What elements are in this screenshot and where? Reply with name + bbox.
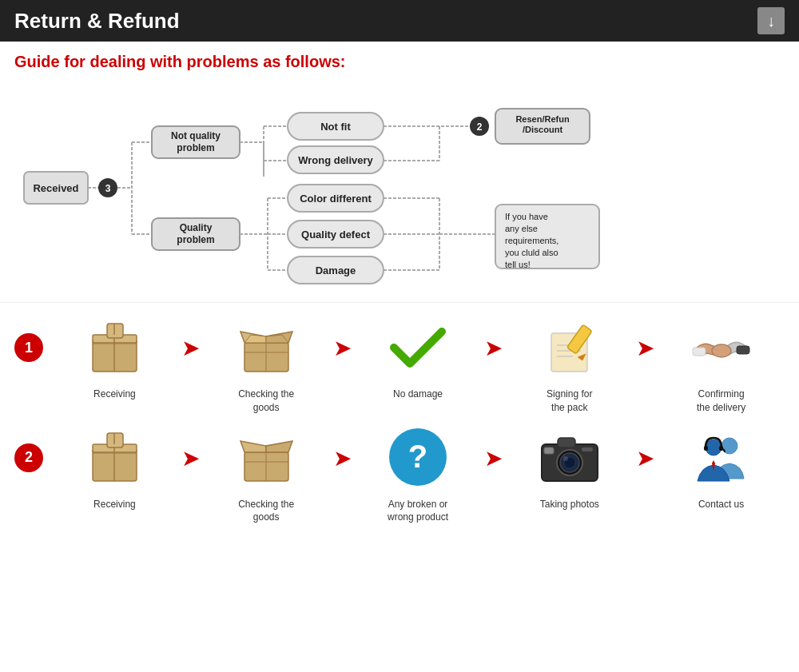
arrow-4: ➤ [633,335,658,361]
svg-text:Wrong delivery: Wrong delivery [298,154,373,166]
guide-section: Guide for dealing with problems as follo… [0,42,799,302]
svg-rect-30 [288,185,384,212]
box-closed-icon [78,311,150,383]
checkmark-icon [382,311,454,383]
confirming-label: Confirmingthe delivery [697,388,745,415]
guide-title: Guide for dealing with problems as follo… [14,53,785,71]
svg-rect-0 [24,172,88,204]
box-open-2-icon [230,421,302,493]
svg-text:/Discount: /Discount [523,125,562,134]
svg-text:3: 3 [105,183,111,194]
process-item-checking-1: Checking thegoods [203,311,330,415]
arrow-6: ➤ [330,445,355,471]
svg-text:requirements,: requirements, [505,236,559,245]
process-item-contact: Contact us [658,421,785,511]
flowchart: Received 3 Not quality problem [16,82,783,294]
arrow-8: ➤ [633,445,658,471]
process-row-1: 1 Receiving [14,311,785,415]
question-icon: ? [382,421,454,493]
checking-1-label: Checking thegoods [238,388,294,415]
svg-text:any else: any else [505,224,538,233]
process-item-receiving-2: Receiving [51,421,178,511]
arrow-7: ➤ [481,445,506,471]
process-row-2: 2 Receiving [14,421,785,525]
header-arrow-icon: ↓ [757,7,785,34]
process-item-photos: Taking photos [506,421,633,511]
svg-rect-41 [495,109,590,144]
process-item-receiving-1: Receiving [51,311,178,401]
receiving-2-label: Receiving [93,498,136,511]
svg-rect-86 [544,447,554,454]
header-title: Return & Refund [14,9,180,34]
svg-text:Damage: Damage [316,264,356,276]
svg-text:Resen/Refun: Resen/Refun [515,114,570,124]
checking-2-label: Checking thegoods [238,498,294,525]
svg-text:Received: Received [33,182,78,194]
svg-point-39 [470,117,489,136]
svg-rect-34 [288,256,384,284]
svg-text:Not fit: Not fit [320,121,351,133]
svg-point-2 [98,178,117,197]
process-1-items: Receiving ➤ [51,311,785,415]
svg-text:2: 2 [477,121,483,133]
svg-rect-85 [558,438,575,447]
svg-text:problem: problem [177,142,214,153]
process-2-items: Receiving ➤ Checking thegoods [51,421,785,525]
svg-text:tell us!: tell us! [505,260,531,269]
svg-rect-21 [288,113,384,140]
svg-rect-91 [704,446,708,451]
svg-point-71 [712,344,731,357]
step-2-circle: 2 [14,443,43,472]
nodamage-label: No damage [393,388,443,401]
arrow-3: ➤ [481,335,506,361]
contact-label: Contact us [698,498,744,511]
agent-icon [686,421,757,493]
process-item-nodamage: No damage [355,311,482,401]
header: Return & Refund ↓ [0,0,799,42]
step-1-circle: 1 [14,333,43,362]
signing-label: Signing forthe pack [547,388,592,415]
box-closed-2-icon [78,421,150,493]
svg-text:Color different: Color different [300,193,372,205]
svg-rect-32 [288,221,384,248]
question-label: Any broken orwrong product [388,498,448,525]
svg-text:Quality: Quality [180,222,213,233]
main-container: Return & Refund ↓ Guide for dealing with… [0,0,799,672]
svg-text:If you have: If you have [505,212,548,221]
handshake-icon [686,311,757,383]
svg-point-88 [563,456,568,461]
svg-text:you cluld also: you cluld also [505,248,559,257]
pencil-icon [534,311,606,383]
svg-rect-87 [582,447,593,451]
box-open-icon [230,311,302,383]
process-section: 1 Receiving [0,302,799,672]
arrow-5: ➤ [178,445,203,471]
process-item-signing: Signing forthe pack [506,311,633,415]
photos-label: Taking photos [540,498,599,511]
svg-text:Not quality: Not quality [171,130,221,141]
svg-text:Quality defect: Quality defect [301,229,371,241]
svg-rect-70 [737,346,749,354]
process-item-question: ? Any broken orwrong product [355,421,482,525]
svg-rect-69 [693,348,706,356]
arrow-1: ➤ [178,335,203,361]
svg-rect-49 [495,205,599,268]
process-item-confirming: Confirmingthe delivery [658,311,785,415]
svg-rect-12 [152,218,240,250]
svg-text:problem: problem [177,234,214,245]
arrow-2: ➤ [330,335,355,361]
svg-rect-59 [107,324,123,338]
svg-rect-76 [107,433,123,447]
svg-rect-9 [152,126,240,158]
receiving-1-label: Receiving [93,388,136,401]
process-item-checking-2: Checking thegoods [203,421,330,525]
svg-rect-23 [288,146,384,173]
camera-icon [534,421,606,493]
